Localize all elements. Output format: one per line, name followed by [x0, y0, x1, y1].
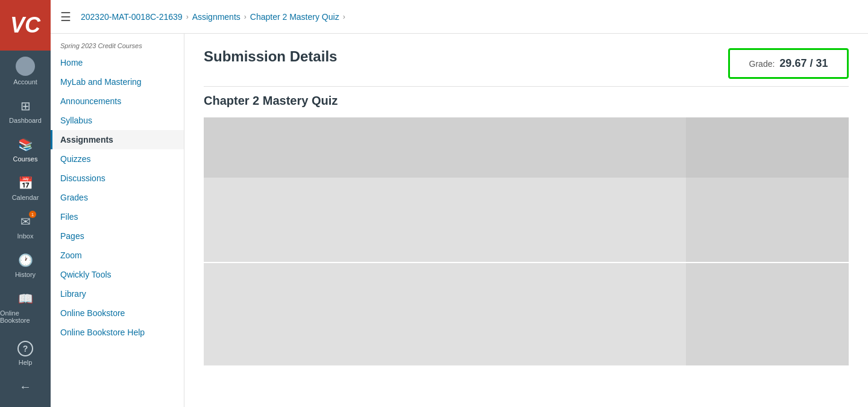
content-block-top-right	[686, 117, 849, 178]
sidebar-item-files[interactable]: Files	[51, 207, 184, 226]
top-header: ☰ 202320-MAT-0018C-21639 › Assignments ›…	[51, 0, 868, 34]
dashboard-icon: ⊞	[17, 98, 34, 114]
hamburger-icon[interactable]: ☰	[60, 10, 71, 24]
content-block-top-left	[204, 117, 686, 178]
nav-label-bookstore: Online Bookstore	[0, 309, 51, 324]
nav-item-account[interactable]: Account	[0, 51, 51, 92]
logo[interactable]: VC	[0, 0, 51, 51]
nav-label-account: Account	[13, 78, 37, 85]
nav-label-help: Help	[19, 359, 33, 366]
sidebar-item-announcements[interactable]: Announcements	[51, 92, 184, 111]
content-block-bottom-left-2	[204, 263, 686, 365]
sidebar: Spring 2023 Credit Courses Home MyLab an…	[51, 34, 184, 407]
content-block-left	[204, 117, 686, 365]
sidebar-item-online-bookstore[interactable]: Online Bookstore	[51, 303, 184, 323]
sidebar-item-quizzes[interactable]: Quizzes	[51, 149, 184, 169]
sidebar-item-discussions[interactable]: Discussions	[51, 169, 184, 188]
sidebar-item-mylab[interactable]: MyLab and Mastering	[51, 72, 184, 92]
nav-label-calendar: Calendar	[12, 194, 39, 201]
nav-item-history[interactable]: 🕐 History	[0, 246, 51, 284]
nav-item-bookstore[interactable]: 📖 Online Bookstore	[0, 284, 51, 330]
breadcrumb-sep-2: ›	[244, 13, 247, 21]
sidebar-item-zoom[interactable]: Zoom	[51, 246, 184, 265]
history-icon: 🕐	[17, 252, 34, 269]
sidebar-item-qwickly[interactable]: Qwickly Tools	[51, 265, 184, 284]
sidebar-item-library[interactable]: Library	[51, 284, 184, 303]
sidebar-item-pages[interactable]: Pages	[51, 226, 184, 246]
courses-icon: 📚	[17, 136, 34, 153]
grade-label: Grade:	[749, 59, 775, 69]
global-nav: VC Account ⊞ Dashboard 📚 Courses 📅 Calen…	[0, 0, 51, 407]
submission-content	[204, 117, 849, 365]
nav-bottom: ? Help ←	[0, 335, 51, 401]
sidebar-item-syllabus[interactable]: Syllabus	[51, 111, 184, 130]
logo-text: VC	[10, 14, 40, 36]
nav-item-collapse[interactable]: ←	[0, 372, 51, 401]
content-area: Submission Details Grade: 29.67 / 31 Cha…	[184, 34, 868, 407]
help-icon: ?	[17, 341, 33, 356]
grade-box: Grade: 29.67 / 31	[728, 48, 849, 79]
inbox-badge: 1	[29, 211, 36, 218]
content-header: Submission Details Grade: 29.67 / 31	[204, 48, 849, 87]
nav-item-courses[interactable]: 📚 Courses	[0, 130, 51, 169]
content-block-right-1	[686, 178, 849, 262]
content-block-bottom-left-1	[204, 178, 686, 262]
collapse-icon: ←	[17, 378, 34, 395]
nav-label-courses: Courses	[13, 155, 38, 163]
content-block-right-2	[686, 263, 849, 365]
nav-label-inbox: Inbox	[17, 232, 34, 240]
nav-label-dashboard: Dashboard	[9, 117, 42, 124]
breadcrumb-current[interactable]: Chapter 2 Mastery Quiz	[250, 12, 339, 22]
grade-value: 29.67 / 31	[779, 57, 828, 70]
sidebar-item-assignments[interactable]: Assignments	[51, 130, 184, 149]
nav-item-calendar[interactable]: 📅 Calendar	[0, 169, 51, 207]
sidebar-section-label: Spring 2023 Credit Courses	[51, 34, 184, 53]
body-area: Spring 2023 Credit Courses Home MyLab an…	[51, 34, 868, 407]
sidebar-item-online-bookstore-help[interactable]: Online Bookstore Help	[51, 323, 184, 342]
nav-item-help[interactable]: ? Help	[0, 335, 51, 372]
breadcrumb-sep-3: ›	[343, 13, 345, 21]
sidebar-item-grades[interactable]: Grades	[51, 188, 184, 207]
breadcrumb-sep-1: ›	[186, 13, 189, 21]
nav-label-history: History	[15, 271, 36, 278]
assignment-title: Chapter 2 Mastery Quiz	[204, 94, 849, 108]
breadcrumb: 202320-MAT-0018C-21639 › Assignments › C…	[81, 12, 345, 22]
inbox-icon: ✉ 1	[17, 213, 34, 230]
content-block-right	[686, 117, 849, 365]
nav-item-inbox[interactable]: ✉ 1 Inbox	[0, 207, 51, 246]
sidebar-item-home[interactable]: Home	[51, 53, 184, 72]
calendar-icon: 📅	[17, 175, 34, 191]
page-title: Submission Details	[204, 48, 337, 65]
nav-item-dashboard[interactable]: ⊞ Dashboard	[0, 92, 51, 130]
main-wrapper: ☰ 202320-MAT-0018C-21639 › Assignments ›…	[51, 0, 868, 407]
bookstore-icon: 📖	[17, 290, 34, 307]
breadcrumb-assignments[interactable]: Assignments	[192, 12, 241, 22]
breadcrumb-course[interactable]: 202320-MAT-0018C-21639	[81, 12, 183, 22]
avatar	[16, 57, 35, 76]
